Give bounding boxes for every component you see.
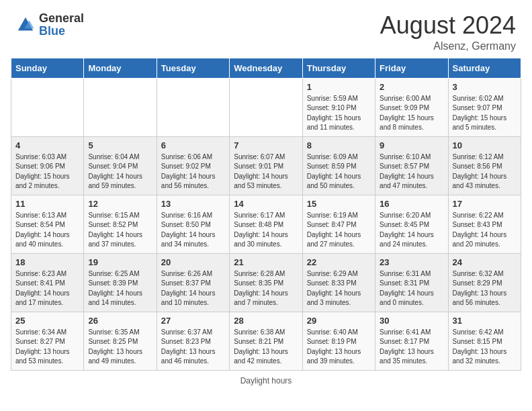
day-number: 30 — [380, 316, 443, 326]
calendar-week-row: 4Sunrise: 6:03 AMSunset: 9:06 PMDaylight… — [11, 136, 521, 195]
calendar-week-row: 11Sunrise: 6:13 AMSunset: 8:54 PMDayligh… — [11, 195, 521, 253]
day-info: Sunrise: 6:25 AMSunset: 8:39 PMDaylight:… — [88, 270, 142, 307]
day-number: 9 — [380, 140, 443, 150]
day-number: 2 — [380, 82, 443, 92]
day-info: Sunrise: 6:23 AMSunset: 8:41 PMDaylight:… — [15, 270, 70, 307]
table-row: 18Sunrise: 6:23 AMSunset: 8:41 PMDayligh… — [11, 253, 84, 312]
day-info: Sunrise: 6:12 AMSunset: 8:56 PMDaylight:… — [453, 153, 507, 190]
day-info: Sunrise: 6:40 AMSunset: 8:19 PMDaylight:… — [307, 328, 361, 365]
day-info: Sunrise: 6:41 AMSunset: 8:17 PMDaylight:… — [380, 328, 434, 365]
calendar-container: Sunday Monday Tuesday Wednesday Thursday… — [0, 58, 532, 399]
day-info: Sunrise: 6:38 AMSunset: 8:21 PMDaylight:… — [234, 328, 288, 365]
day-info: Sunrise: 6:20 AMSunset: 8:45 PMDaylight:… — [380, 212, 434, 248]
table-row: 1Sunrise: 5:59 AMSunset: 9:10 PMDaylight… — [302, 78, 375, 136]
day-number: 1 — [307, 82, 371, 92]
day-number: 15 — [307, 199, 371, 209]
logo-text-blue: Blue — [39, 24, 65, 38]
table-row: 9Sunrise: 6:10 AMSunset: 8:57 PMDaylight… — [375, 136, 448, 195]
day-info: Sunrise: 6:31 AMSunset: 8:31 PMDaylight:… — [380, 270, 434, 307]
day-number: 27 — [161, 316, 225, 326]
month-title: August 2024 — [380, 12, 516, 39]
day-number: 8 — [307, 140, 371, 150]
header-wednesday: Wednesday — [230, 58, 302, 78]
table-row: 25Sunrise: 6:34 AMSunset: 8:27 PMDayligh… — [11, 312, 84, 370]
table-row: 23Sunrise: 6:31 AMSunset: 8:31 PMDayligh… — [375, 253, 448, 312]
day-info: Sunrise: 6:07 AMSunset: 9:01 PMDaylight:… — [234, 153, 288, 190]
calendar-week-row: 25Sunrise: 6:34 AMSunset: 8:27 PMDayligh… — [11, 312, 521, 370]
table-row: 30Sunrise: 6:41 AMSunset: 8:17 PMDayligh… — [375, 312, 448, 370]
header-sunday: Sunday — [11, 58, 84, 78]
day-info: Sunrise: 6:26 AMSunset: 8:37 PMDaylight:… — [161, 270, 216, 307]
table-row: 13Sunrise: 6:16 AMSunset: 8:50 PMDayligh… — [157, 195, 229, 253]
day-number: 23 — [380, 257, 443, 267]
title-area: August 2024 Alsenz, Germany — [380, 12, 516, 52]
day-info: Sunrise: 6:32 AMSunset: 8:29 PMDaylight:… — [453, 270, 507, 307]
day-info: Sunrise: 6:00 AMSunset: 9:09 PMDaylight:… — [380, 95, 434, 132]
table-row: 8Sunrise: 6:09 AMSunset: 8:59 PMDaylight… — [302, 136, 375, 195]
logo-text-general: General — [39, 11, 84, 25]
day-number: 26 — [88, 316, 152, 326]
day-info: Sunrise: 6:37 AMSunset: 8:23 PMDaylight:… — [161, 328, 216, 365]
day-number: 19 — [88, 257, 152, 267]
logo: General Blue — [16, 12, 84, 38]
table-row: 10Sunrise: 6:12 AMSunset: 8:56 PMDayligh… — [448, 136, 521, 195]
day-info: Sunrise: 6:42 AMSunset: 8:15 PMDaylight:… — [453, 328, 507, 365]
day-info: Sunrise: 6:19 AMSunset: 8:47 PMDaylight:… — [307, 212, 361, 248]
day-info: Sunrise: 6:04 AMSunset: 9:04 PMDaylight:… — [88, 153, 142, 190]
day-number: 18 — [15, 257, 79, 267]
table-row — [230, 78, 302, 136]
day-info: Sunrise: 6:10 AMSunset: 8:57 PMDaylight:… — [380, 153, 434, 190]
table-row — [11, 78, 84, 136]
table-row: 29Sunrise: 6:40 AMSunset: 8:19 PMDayligh… — [302, 312, 375, 370]
day-number: 6 — [161, 140, 225, 150]
table-row: 14Sunrise: 6:17 AMSunset: 8:48 PMDayligh… — [230, 195, 302, 253]
day-number: 13 — [161, 199, 225, 209]
table-row — [157, 78, 229, 136]
day-info: Sunrise: 6:34 AMSunset: 8:27 PMDaylight:… — [15, 328, 70, 365]
day-info: Sunrise: 6:16 AMSunset: 8:50 PMDaylight:… — [161, 212, 216, 248]
day-info: Sunrise: 6:29 AMSunset: 8:33 PMDaylight:… — [307, 270, 361, 307]
day-number: 11 — [15, 199, 79, 209]
table-row: 24Sunrise: 6:32 AMSunset: 8:29 PMDayligh… — [448, 253, 521, 312]
day-info: Sunrise: 6:28 AMSunset: 8:35 PMDaylight:… — [234, 270, 288, 307]
footer-note: Daylight hours — [11, 371, 521, 388]
day-number: 24 — [453, 257, 517, 267]
weekday-header-row: Sunday Monday Tuesday Wednesday Thursday… — [11, 58, 521, 78]
table-row — [84, 78, 157, 136]
day-number: 5 — [88, 140, 152, 150]
table-row: 19Sunrise: 6:25 AMSunset: 8:39 PMDayligh… — [84, 253, 157, 312]
table-row: 28Sunrise: 6:38 AMSunset: 8:21 PMDayligh… — [230, 312, 302, 370]
day-number: 31 — [453, 316, 517, 326]
day-info: Sunrise: 6:35 AMSunset: 8:25 PMDaylight:… — [88, 328, 142, 365]
day-info: Sunrise: 6:15 AMSunset: 8:52 PMDaylight:… — [88, 212, 142, 248]
table-row: 11Sunrise: 6:13 AMSunset: 8:54 PMDayligh… — [11, 195, 84, 253]
day-number: 22 — [307, 257, 371, 267]
header-thursday: Thursday — [302, 58, 375, 78]
page-header: General Blue August 2024 Alsenz, Germany — [0, 0, 532, 58]
day-number: 17 — [453, 199, 517, 209]
day-info: Sunrise: 6:22 AMSunset: 8:43 PMDaylight:… — [453, 212, 507, 248]
day-number: 21 — [234, 257, 298, 267]
day-info: Sunrise: 5:59 AMSunset: 9:10 PMDaylight:… — [307, 95, 361, 132]
calendar-table: Sunday Monday Tuesday Wednesday Thursday… — [11, 58, 521, 371]
table-row: 20Sunrise: 6:26 AMSunset: 8:37 PMDayligh… — [157, 253, 229, 312]
day-number: 25 — [15, 316, 79, 326]
calendar-week-row: 1Sunrise: 5:59 AMSunset: 9:10 PMDaylight… — [11, 78, 521, 136]
location-title: Alsenz, Germany — [380, 40, 516, 52]
table-row: 3Sunrise: 6:02 AMSunset: 9:07 PMDaylight… — [448, 78, 521, 136]
day-number: 3 — [453, 82, 517, 92]
header-monday: Monday — [84, 58, 157, 78]
table-row: 15Sunrise: 6:19 AMSunset: 8:47 PMDayligh… — [302, 195, 375, 253]
header-friday: Friday — [375, 58, 448, 78]
table-row: 22Sunrise: 6:29 AMSunset: 8:33 PMDayligh… — [302, 253, 375, 312]
header-tuesday: Tuesday — [157, 58, 229, 78]
logo-icon — [16, 15, 35, 34]
day-info: Sunrise: 6:17 AMSunset: 8:48 PMDaylight:… — [234, 212, 288, 248]
table-row: 27Sunrise: 6:37 AMSunset: 8:23 PMDayligh… — [157, 312, 229, 370]
table-row: 21Sunrise: 6:28 AMSunset: 8:35 PMDayligh… — [230, 253, 302, 312]
table-row: 6Sunrise: 6:06 AMSunset: 9:02 PMDaylight… — [157, 136, 229, 195]
table-row: 31Sunrise: 6:42 AMSunset: 8:15 PMDayligh… — [448, 312, 521, 370]
table-row: 4Sunrise: 6:03 AMSunset: 9:06 PMDaylight… — [11, 136, 84, 195]
day-number: 20 — [161, 257, 225, 267]
day-info: Sunrise: 6:06 AMSunset: 9:02 PMDaylight:… — [161, 153, 216, 190]
